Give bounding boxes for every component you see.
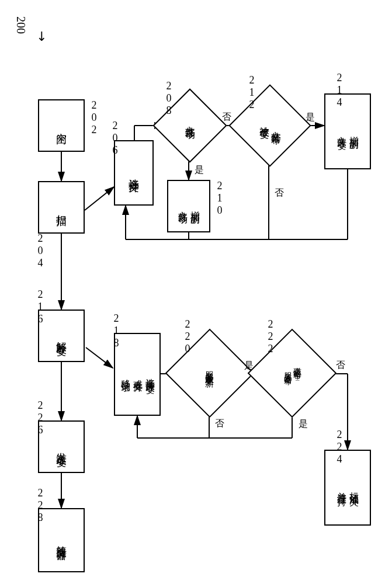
edge-208-no: 否 xyxy=(220,105,233,106)
node-mark-conflict: 标记成冲突 并进行保持 xyxy=(324,450,371,526)
ref-224: 224 xyxy=(333,429,345,465)
node-idle: 空闲 xyxy=(38,99,85,152)
node-add-file-change: 增加新的 文件改变 xyxy=(324,93,371,169)
figure-ref: 200 xyxy=(14,16,27,34)
ref-216: 216 xyxy=(34,288,46,325)
edge-212-no: 否 xyxy=(273,181,285,182)
decision-file-move: 文件移动？ xyxy=(164,99,216,152)
edge-220-no: 否 xyxy=(213,412,226,413)
node-add-file-change-text: 增加新的 文件改变 xyxy=(335,129,360,134)
ref-226: 226 xyxy=(34,399,46,436)
node-scan: 扫描 xyxy=(38,181,85,234)
node-add-file-move-text: 增加新的 文件移动 xyxy=(176,204,201,208)
decision-hash-equal: 磁盘哈希== 服务器哈希？ xyxy=(261,342,324,405)
node-select-file-text: 选择文件 xyxy=(127,171,141,175)
node-add-file-move: 增加新的 文件移动 xyxy=(167,180,210,232)
decision-server-newer-text: 服务器版本更新？ xyxy=(178,342,241,405)
decision-server-newer: 服务器版本更新？ xyxy=(178,342,241,405)
svg-line-16 xyxy=(86,347,113,368)
node-idle-text: 空闲 xyxy=(54,124,68,127)
node-select-change-record-text: 选择文件改变 或者文件 移动记录 xyxy=(119,371,156,378)
ref-202: 202 xyxy=(88,99,100,136)
node-interpret-change-text: 解释改变 xyxy=(54,333,68,338)
node-send-change-text: 发送改变 xyxy=(54,444,68,449)
decision-file-move-text: 文件移动？ xyxy=(164,99,216,152)
edge-220-yes: 是 xyxy=(242,353,255,354)
decision-hash-changed-text: 文件哈希 被改变？ xyxy=(241,96,299,155)
edge-212-yes: 是 xyxy=(304,105,316,106)
decision-hash-equal-text: 磁盘哈希== 服务器哈希？ xyxy=(261,342,324,405)
ref-214: 214 xyxy=(333,72,345,109)
ref-210: 210 xyxy=(213,180,226,217)
ref-206: 206 xyxy=(109,120,121,157)
decision-hash-changed: 文件哈希 被改变？ xyxy=(241,96,299,155)
edge-222-no: 否 xyxy=(334,353,346,354)
ref-228: 228 xyxy=(34,487,46,524)
edge-222-yes: 是 xyxy=(297,412,309,413)
figure-ref-arrow: ↘ xyxy=(32,26,50,44)
edge-208-yes: 是 xyxy=(193,158,205,159)
node-wait-server-text: 等待服务器 xyxy=(54,537,68,543)
ref-204: 204 xyxy=(34,232,46,269)
node-mark-conflict-text: 标记成冲突 并进行保持 xyxy=(335,485,360,491)
svg-line-2 xyxy=(85,187,114,210)
ref-218: 218 xyxy=(110,312,122,349)
node-scan-text: 扫描 xyxy=(54,206,68,208)
